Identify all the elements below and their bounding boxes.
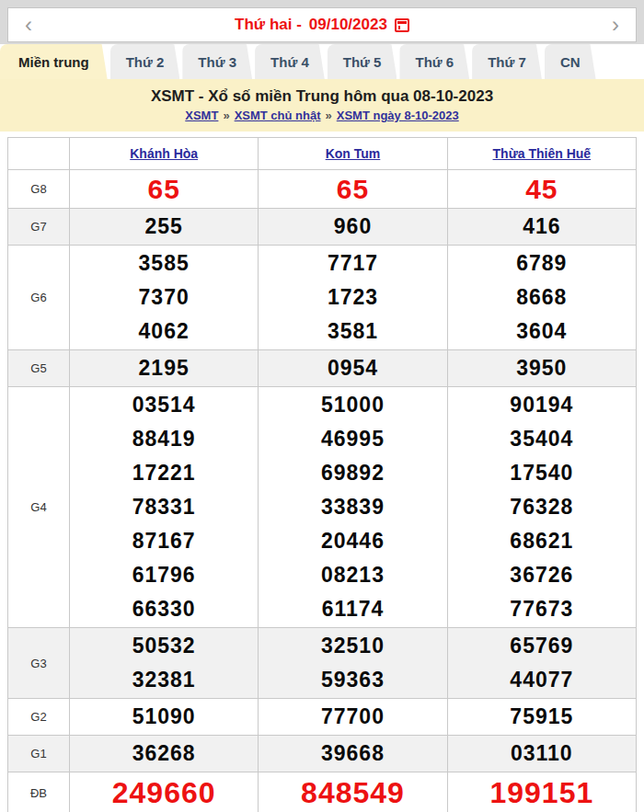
result-number: 59363 (259, 663, 445, 697)
tab-thứ-2[interactable]: Thứ 2 (110, 44, 180, 79)
date-navigation-bar: ‹ Thứ hai - 09/10/2023 › (7, 7, 637, 42)
tab-miền-trung[interactable]: Miền trung (0, 44, 108, 79)
breadcrumb: XSMT»XSMT chủ nhật»XSMT ngày 8-10-2023 (0, 109, 644, 122)
result-cell: 03514884191722178331871676179666330 (70, 387, 259, 628)
result-number: 50532 (71, 629, 257, 663)
day-of-week-label: Thứ hai - (235, 16, 302, 34)
result-number: 08213 (259, 558, 445, 592)
prize-label: G1 (8, 736, 70, 772)
result-number: 77673 (449, 592, 635, 626)
breadcrumb-link[interactable]: XSMT ngày 8-10-2023 (337, 109, 459, 122)
result-number: 65 (259, 171, 445, 207)
breadcrumb-separator: » (223, 109, 229, 122)
breadcrumb-link[interactable]: XSMT (185, 109, 218, 122)
result-number: 17221 (71, 456, 257, 490)
result-number: 32381 (71, 663, 257, 697)
prize-label: G4 (8, 387, 70, 628)
result-cell: 2195 (70, 350, 259, 387)
result-cell: 3251059363 (259, 628, 447, 699)
tab-thứ-3[interactable]: Thứ 3 (182, 44, 252, 79)
result-cell: 3950 (447, 350, 636, 387)
result-number: 75915 (449, 700, 635, 734)
result-number: 46995 (259, 422, 445, 456)
result-number: 3585 (71, 246, 257, 280)
prize-row-G1: G1362683966803110 (8, 736, 637, 772)
results-table: Khánh HòaKon TumThừa Thiên HuếG8656545G7… (7, 137, 637, 812)
prize-label: G2 (8, 699, 70, 736)
tab-thứ-5[interactable]: Thứ 5 (328, 44, 397, 79)
province-header-cell: Thừa Thiên Huế (447, 138, 636, 170)
prize-label: G7 (8, 209, 70, 246)
result-number: 65769 (449, 629, 635, 663)
date-value: 09/10/2023 (309, 16, 387, 34)
result-cell: 51090 (70, 699, 259, 736)
province-link[interactable]: Kon Tum (326, 146, 381, 161)
prize-label: G3 (8, 628, 70, 699)
result-number: 960 (259, 210, 445, 244)
result-number: 88419 (71, 422, 257, 456)
province-link[interactable]: Thừa Thiên Huế (493, 146, 592, 161)
province-header-cell: Khánh Hòa (70, 138, 259, 170)
result-number: 32510 (259, 629, 445, 663)
result-cell: 51000469956989233839204460821361174 (259, 387, 447, 628)
prize-label: G6 (8, 246, 70, 350)
result-number: 76328 (449, 490, 635, 524)
result-cell: 416 (447, 209, 636, 246)
prize-row-G6: G6358573704062771717233581678986683604 (8, 246, 637, 350)
result-cell: 960 (259, 209, 447, 246)
prize-row-G3: G3505323238132510593636576944077 (8, 628, 637, 699)
result-number: 255 (71, 210, 257, 244)
province-link[interactable]: Khánh Hòa (130, 146, 198, 161)
result-number: 249660 (71, 773, 257, 812)
page-title: XSMT - Xổ số miền Trung hôm qua 08-10-20… (0, 87, 644, 106)
result-cell: 0954 (259, 350, 447, 387)
region-tabs: Miền trungThứ 2Thứ 3Thứ 4Thứ 5Thứ 6Thứ 7… (0, 44, 644, 79)
result-number: 87167 (71, 524, 257, 558)
province-header-row: Khánh HòaKon TumThừa Thiên Huế (8, 138, 637, 170)
result-number: 61174 (259, 592, 445, 626)
prize-label: G5 (8, 350, 70, 387)
result-cell: 678986683604 (447, 246, 636, 350)
result-number: 416 (449, 210, 635, 244)
empty-corner-cell (8, 138, 70, 170)
result-number: 66330 (71, 592, 257, 626)
result-cell: 65 (259, 170, 447, 209)
result-cell: 358573704062 (70, 246, 259, 350)
result-cell: 255 (70, 209, 259, 246)
result-cell: 77700 (259, 699, 447, 736)
result-cell: 90194354041754076328686213672677673 (447, 387, 636, 628)
prev-day-arrow[interactable]: ‹ (21, 14, 36, 36)
result-number: 68621 (449, 524, 635, 558)
result-number: 3581 (259, 315, 445, 349)
results-section: Khánh HòaKon TumThừa Thiên HuếG8656545G7… (0, 132, 644, 812)
breadcrumb-link[interactable]: XSMT chủ nhật (235, 109, 321, 122)
result-number: 61796 (71, 558, 257, 592)
tab-thứ-7[interactable]: Thứ 7 (472, 44, 542, 79)
prize-row-G5: G5219509543950 (8, 350, 637, 387)
current-date[interactable]: Thứ hai - 09/10/2023 (235, 16, 409, 34)
result-number: 51000 (259, 388, 445, 422)
tab-thứ-6[interactable]: Thứ 6 (399, 44, 469, 79)
result-number: 3604 (449, 315, 635, 349)
breadcrumb-separator: » (326, 109, 332, 122)
result-number: 65 (71, 171, 257, 207)
result-cell: 848549 (259, 772, 447, 812)
result-number: 36726 (449, 558, 635, 592)
result-number: 6789 (449, 246, 635, 280)
result-number: 03110 (449, 737, 635, 771)
tab-thứ-4[interactable]: Thứ 4 (255, 44, 325, 79)
prize-row-ĐB: ĐB249660848549199151 (8, 772, 637, 812)
result-cell: 65 (70, 170, 259, 209)
result-number: 36268 (71, 737, 257, 771)
result-cell: 6576944077 (447, 628, 636, 699)
result-number: 33839 (259, 490, 445, 524)
calendar-icon[interactable] (395, 18, 409, 32)
tab-cn[interactable]: CN (545, 44, 596, 79)
result-number: 35404 (449, 422, 635, 456)
next-day-arrow[interactable]: › (608, 14, 623, 36)
prize-label: G8 (8, 170, 70, 209)
result-number: 44077 (449, 663, 635, 697)
result-number: 17540 (449, 456, 635, 490)
result-number: 90194 (449, 388, 635, 422)
page-header: XSMT - Xổ số miền Trung hôm qua 08-10-20… (0, 79, 644, 132)
